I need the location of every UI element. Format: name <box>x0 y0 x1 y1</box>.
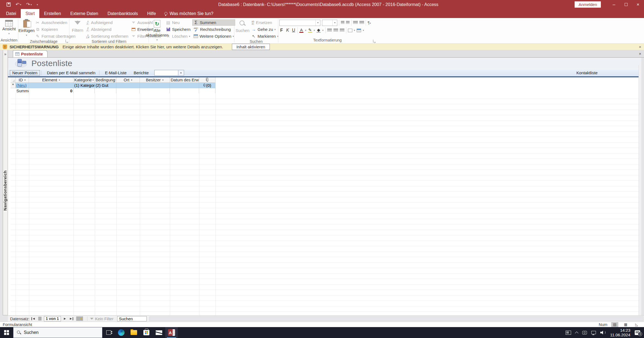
navigation-pane-collapsed[interactable]: Navigationsbereich <box>3 50 8 315</box>
reports-combo[interactable] <box>154 70 178 76</box>
select-all-cell[interactable] <box>11 77 16 83</box>
collect-data-button[interactable]: Daten per E-Mail sammeln <box>44 70 98 76</box>
document-tab-postenliste[interactable]: Postenliste <box>13 50 48 57</box>
taskbar-search-box[interactable]: Suchen <box>13 327 102 338</box>
record-search-box[interactable]: Suchen <box>117 316 147 321</box>
increase-indent-icon[interactable] <box>359 21 364 25</box>
store-button[interactable] <box>140 327 153 338</box>
edge-button[interactable] <box>115 327 128 338</box>
contact-list-link[interactable]: Kontaktliste <box>576 69 598 76</box>
vertical-scrollbar[interactable] <box>639 65 641 315</box>
horizontal-scrollbar[interactable] <box>149 316 643 321</box>
cell-ort[interactable] <box>116 83 140 88</box>
close-button[interactable]: × <box>632 0 644 9</box>
next-record-icon[interactable]: ► <box>63 317 67 321</box>
widgets-icon[interactable] <box>566 331 571 335</box>
clipboard-dialog-launcher-icon[interactable] <box>66 40 68 42</box>
font-color-icon[interactable]: A <box>299 28 303 33</box>
textformat-dialog-launcher-icon[interactable] <box>373 40 376 42</box>
highlight-color-icon[interactable]: ✎ <box>308 28 312 33</box>
volume-icon[interactable] <box>600 330 606 335</box>
email-list-button[interactable]: E-Mail-Liste <box>102 70 129 76</box>
align-center-icon[interactable] <box>333 29 338 32</box>
first-record-icon[interactable]: ◄ <box>31 317 36 321</box>
decrease-indent-icon[interactable] <box>353 21 358 25</box>
column-header-datum[interactable]: Datum des Erw▾ <box>170 77 199 83</box>
undo-icon[interactable]: ↶▾ <box>16 2 21 7</box>
restore-button[interactable] <box>620 0 632 9</box>
tab-externe-daten[interactable]: Externe Daten <box>66 9 103 18</box>
close-document-icon[interactable]: × <box>639 51 641 56</box>
cell-besitzer[interactable] <box>140 83 170 88</box>
column-header-attachments[interactable] <box>199 77 215 83</box>
tab-datei[interactable]: Datei <box>1 9 21 18</box>
datasheet-view-button[interactable]: ▦ <box>622 322 629 327</box>
view-button[interactable]: Ansicht▾ <box>1 19 17 37</box>
nav-pane-expand-button[interactable]: » <box>3 51 8 57</box>
show-hidden-icons-chevron[interactable] <box>575 331 578 335</box>
enable-content-button[interactable]: Inhalt aktivieren <box>232 44 270 50</box>
meet-now-icon[interactable] <box>582 331 587 334</box>
start-button[interactable] <box>0 327 13 338</box>
column-header-id[interactable]: ID▾ <box>16 77 29 83</box>
reports-combo-arrow-icon[interactable]: ▾ <box>178 70 184 76</box>
redo-icon[interactable]: ↷▾ <box>26 2 32 7</box>
tab-erstellen[interactable]: Erstellen <box>39 9 66 18</box>
column-header-bedingung[interactable]: Bedingung▾ <box>95 77 116 83</box>
column-header-element[interactable]: Element▾ <box>29 77 73 83</box>
numbering-icon[interactable] <box>346 21 350 25</box>
column-header-besitzer[interactable]: Besitzer▾ <box>140 77 170 83</box>
paragraph-direction-icon[interactable]: ¶▾ <box>368 20 371 25</box>
gridlines-icon[interactable] <box>348 29 352 32</box>
bold-button[interactable]: F <box>279 28 284 33</box>
save-record-button[interactable]: Speichern <box>165 26 192 32</box>
minimize-button[interactable]: – <box>608 0 620 9</box>
mail-button[interactable] <box>153 327 165 338</box>
form-view-button[interactable]: ▤ <box>611 322 618 327</box>
save-icon[interactable] <box>7 2 11 7</box>
cell-id[interactable]: (Neu) <box>16 83 29 88</box>
alternate-row-color-icon[interactable] <box>357 29 361 32</box>
column-header-kategorie[interactable]: Kategorie▾ <box>73 77 95 83</box>
cell-bedingung[interactable]: (2) Gut <box>95 83 116 88</box>
fill-color-icon[interactable]: ◆ <box>317 28 321 33</box>
tab-start[interactable]: Start <box>21 9 39 18</box>
column-header-ort[interactable]: Ort▾ <box>116 77 140 83</box>
taskbar-clock[interactable]: 14:23 11.06.2024 <box>610 328 630 337</box>
cell-element[interactable] <box>29 83 73 88</box>
bullets-icon[interactable] <box>341 21 344 25</box>
cell-datum[interactable] <box>170 83 199 88</box>
network-icon[interactable] <box>591 331 596 334</box>
file-explorer-button[interactable] <box>128 327 140 338</box>
italic-button[interactable]: K <box>285 28 290 33</box>
paste-button[interactable]: Einfügen▾ <box>19 19 34 39</box>
font-name-combo[interactable]: ▾ <box>279 20 320 26</box>
customize-qat-icon[interactable]: ▾ <box>37 3 38 6</box>
cell-kategorie[interactable]: (1) Kategorie <box>73 83 95 88</box>
sign-in-button[interactable]: Anmelden <box>575 1 601 8</box>
record-position-box[interactable]: 1 von 1 <box>44 316 61 321</box>
font-size-combo[interactable]: ▾ <box>322 20 337 26</box>
layout-view-button[interactable]: ◺ <box>633 322 640 327</box>
task-view-button[interactable] <box>102 327 115 338</box>
spelling-button[interactable]: ABC✓Rechtschreibung <box>192 26 235 32</box>
security-warning-bar[interactable]: ! SICHERHEITSWARNUNG Einige aktive Inhal… <box>0 44 644 50</box>
tab-hilfe[interactable]: Hilfe <box>143 9 161 18</box>
cell-attachments[interactable]: (0) <box>199 83 215 88</box>
more-options-button[interactable]: Weitere Optionen▾ <box>192 33 235 39</box>
new-item-button[interactable]: Neuer Posten <box>10 70 40 76</box>
last-record-icon[interactable]: ► <box>69 317 73 321</box>
row-selector[interactable]: * <box>11 83 16 88</box>
underline-button[interactable]: U <box>291 28 296 33</box>
close-warning-icon[interactable]: × <box>639 45 641 49</box>
refresh-all-button[interactable]: ↻ Alle aktualisieren▾ <box>150 19 164 43</box>
tab-datenbanktools[interactable]: Datenbanktools <box>103 9 143 18</box>
tell-me-box[interactable]: Was möchten Sie tun? <box>161 9 217 18</box>
access-button[interactable]: A <box>165 327 178 338</box>
notification-center-icon[interactable]: 4 <box>635 330 640 335</box>
goto-button[interactable]: →Gehe zu▾ <box>250 26 279 32</box>
select-button[interactable]: ↖Markieren▾ <box>250 33 279 39</box>
align-right-icon[interactable] <box>340 29 344 32</box>
align-left-icon[interactable] <box>327 29 332 32</box>
totals-button[interactable]: ΣSummen <box>192 19 235 26</box>
